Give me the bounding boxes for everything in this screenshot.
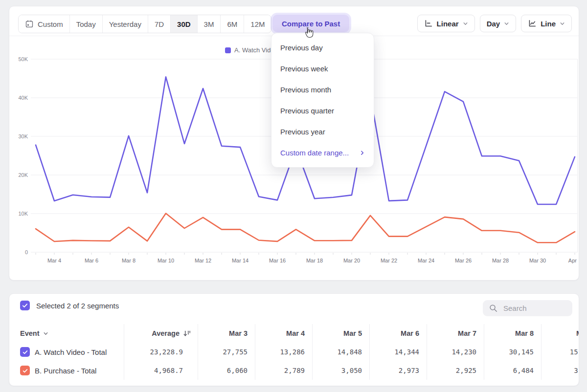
- check-icon: [22, 368, 28, 374]
- range-label: 30D: [177, 20, 191, 28]
- chevron-down-icon: [504, 21, 509, 26]
- day-value-clipped: 3,: [541, 361, 579, 380]
- legend-label: A. Watch Vide: [234, 46, 274, 54]
- average-column-header[interactable]: Average: [124, 324, 198, 343]
- search-icon: [489, 304, 498, 313]
- compare-to-past-button[interactable]: Compare to Past: [272, 15, 349, 32]
- svg-text:Mar 26: Mar 26: [455, 258, 472, 263]
- day-column-header[interactable]: Mar 3: [198, 324, 255, 343]
- row-checkbox[interactable]: [20, 347, 30, 357]
- line-chart-icon: [528, 19, 537, 28]
- day-column-header[interactable]: Mar 8: [484, 324, 541, 343]
- svg-text:Mar 22: Mar 22: [381, 258, 397, 263]
- day-value: 14,848: [312, 343, 369, 361]
- svg-text:0: 0: [25, 249, 28, 255]
- day-column-header[interactable]: Mar 7: [427, 324, 484, 343]
- menu-item-previous-quarter[interactable]: Previous quarter: [271, 100, 374, 121]
- check-icon: [22, 302, 28, 309]
- calendar-icon: [25, 20, 34, 28]
- menu-item-previous-month[interactable]: Previous month: [271, 79, 374, 100]
- row-checkbox[interactable]: [20, 366, 30, 375]
- day-value-clipped: 15,: [541, 343, 579, 361]
- range-30d-button[interactable]: 30D: [171, 15, 198, 33]
- compare-menu: Previous day Previous week Previous mont…: [271, 33, 374, 168]
- svg-text:Mar 6: Mar 6: [85, 258, 98, 263]
- menu-item-previous-day[interactable]: Previous day: [271, 37, 374, 58]
- svg-text:10K: 10K: [18, 211, 28, 217]
- day-value: 2,973: [369, 361, 427, 380]
- date-range-group: Custom Today Yesterday 7D 30D 3M 6M 12M: [18, 15, 271, 33]
- day-column-header-clipped: M: [541, 324, 579, 343]
- range-6m-button[interactable]: 6M: [221, 15, 244, 33]
- segments-table-card: Selected 2 of 2 segments Event Average: [9, 293, 579, 386]
- day-value: 14,230: [427, 343, 484, 361]
- range-7d-button[interactable]: 7D: [148, 15, 171, 33]
- day-column-header[interactable]: Mar 5: [312, 324, 369, 343]
- table-row: B. Purchase - Total 4,968.7 6,060 2,789 …: [9, 361, 579, 380]
- day-value: 30,145: [484, 343, 541, 361]
- linear-scale-icon: [424, 19, 433, 28]
- range-today-button[interactable]: Today: [70, 15, 103, 33]
- summary-row: Selected 2 of 2 segments: [20, 301, 119, 310]
- chart-controls: Linear Day Line: [417, 15, 572, 32]
- day-value: 2,789: [255, 361, 312, 380]
- svg-text:Mar 10: Mar 10: [158, 258, 174, 263]
- select-all-checkbox[interactable]: [20, 301, 30, 310]
- average-value: 23,228.9: [124, 343, 198, 361]
- svg-text:20K: 20K: [18, 172, 28, 178]
- day-value: 14,344: [369, 343, 427, 361]
- svg-text:40K: 40K: [18, 95, 28, 101]
- day-value: 27,755: [198, 343, 255, 361]
- svg-text:Mar 20: Mar 20: [343, 258, 360, 263]
- average-value: 4,968.7: [124, 361, 198, 380]
- chevron-down-icon: [43, 331, 48, 336]
- search-box[interactable]: [483, 300, 572, 316]
- chart-card: Custom Today Yesterday 7D 30D 3M 6M 12M …: [9, 6, 579, 281]
- svg-text:Apr 1: Apr 1: [568, 258, 578, 263]
- range-yesterday-button[interactable]: Yesterday: [103, 15, 148, 33]
- table-row: A. Watch Video - Total 23,228.9 27,755 1…: [9, 343, 579, 361]
- average-header-label: Average: [152, 329, 180, 337]
- chart-type-dropdown[interactable]: Line: [521, 15, 572, 32]
- svg-text:Mar 16: Mar 16: [269, 258, 286, 263]
- range-custom-button[interactable]: Custom: [19, 15, 70, 33]
- range-label: Custom: [38, 20, 63, 28]
- scale-label: Linear: [437, 20, 459, 28]
- event-column-header[interactable]: Event: [20, 329, 48, 337]
- svg-text:Mar 28: Mar 28: [492, 258, 509, 263]
- menu-item-custom-date-range[interactable]: Custom date range...: [271, 142, 374, 163]
- scale-dropdown[interactable]: Linear: [417, 15, 475, 32]
- chevron-down-icon: [463, 21, 468, 26]
- range-label: 6M: [227, 20, 237, 28]
- svg-text:50K: 50K: [18, 56, 28, 62]
- table-header-row: Event Average Mar 3 Mar 4 Mar 5 Mar 6 Ma…: [9, 324, 579, 343]
- event-header-label: Event: [20, 329, 40, 337]
- svg-text:Mar 14: Mar 14: [232, 258, 248, 263]
- check-icon: [22, 349, 28, 355]
- svg-text:Mar 4: Mar 4: [47, 258, 61, 263]
- chevron-right-icon: [360, 150, 365, 155]
- range-label: 12M: [250, 20, 265, 28]
- analytics-page: Custom Today Yesterday 7D 30D 3M 6M 12M …: [0, 0, 587, 392]
- menu-item-previous-week[interactable]: Previous week: [271, 58, 374, 79]
- sort-descending-icon: [183, 330, 191, 337]
- svg-text:Mar 12: Mar 12: [195, 258, 211, 263]
- interval-dropdown[interactable]: Day: [480, 15, 517, 32]
- day-value: 3,050: [312, 361, 369, 380]
- search-input[interactable]: [502, 304, 563, 313]
- range-label: 7D: [155, 20, 164, 28]
- segment-label: A. Watch Video - Total: [35, 348, 107, 356]
- chart-type-label: Line: [541, 20, 556, 28]
- range-3m-button[interactable]: 3M: [198, 15, 221, 33]
- chart-legend: A. Watch Vide: [225, 46, 274, 54]
- svg-text:Mar 8: Mar 8: [122, 258, 135, 263]
- day-column-header[interactable]: Mar 4: [255, 324, 312, 343]
- svg-text:Mar 30: Mar 30: [529, 258, 546, 263]
- selected-summary: Selected 2 of 2 segments: [36, 302, 119, 310]
- menu-item-previous-year[interactable]: Previous year: [271, 121, 374, 142]
- svg-text:Mar 18: Mar 18: [306, 258, 323, 263]
- range-12m-button[interactable]: 12M: [244, 15, 271, 33]
- svg-text:Mar 24: Mar 24: [418, 258, 434, 263]
- interval-label: Day: [487, 20, 500, 28]
- day-column-header[interactable]: Mar 6: [369, 324, 427, 343]
